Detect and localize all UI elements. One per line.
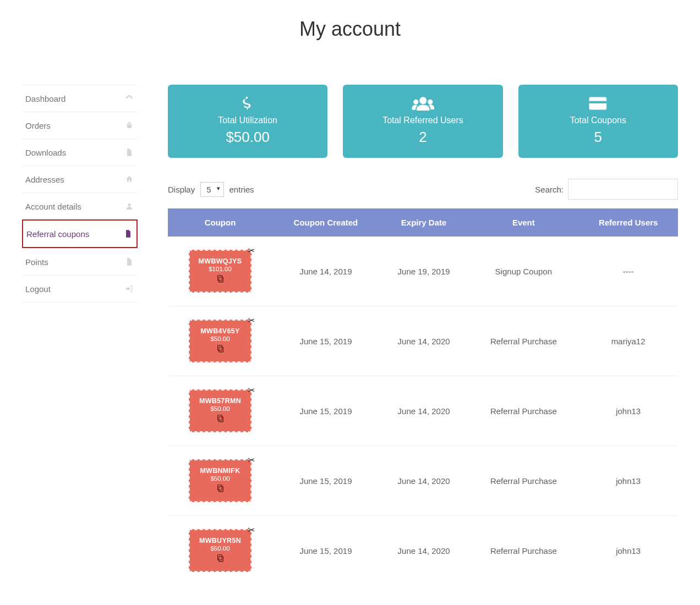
svg-point-2 [428,100,433,105]
file-icon [124,147,134,157]
referred-cell: john13 [578,376,678,446]
stat-label: Total Referred Users [348,116,497,125]
column-header[interactable]: Coupon Created [272,208,379,237]
coupon-card[interactable]: ✂MWB57RMN$50.00 [189,389,251,432]
sidebar-item-label: Referral coupons [26,229,89,239]
logout-icon [124,284,134,294]
created-cell: June 15, 2019 [272,306,379,376]
event-cell: Referral Purchase [468,376,578,446]
svg-rect-10 [217,415,222,420]
svg-rect-6 [217,276,222,280]
stat-card-total-utilization: Total Utilization$50.00 [168,85,327,158]
expiry-cell: June 14, 2020 [379,306,468,376]
event-cell: Referral Purchase [468,306,578,376]
coupon-code: MWB4V65Y [200,327,239,335]
coupon-card[interactable]: ✂MWBWQJYS$101.00 [189,250,251,293]
stat-label: Total Coupons [524,116,672,125]
dashboard-icon [124,94,134,103]
display-prefix: Display [168,185,195,194]
sidebar-item-dashboard[interactable]: Dashboard [22,85,138,112]
coupon-code: MWBUYR5N [199,537,241,544]
scissors-icon: ✂ [248,386,255,395]
page-icon [123,229,133,239]
event-cell: Referral Purchase [468,516,578,586]
sidebar-item-referral-coupons[interactable]: Referral coupons [22,219,138,248]
sidebar-item-label: Account details [25,202,81,211]
table-row: ✂MWBNMIFK$50.00June 15, 2019June 14, 202… [168,446,678,516]
copy-icon[interactable] [216,414,225,425]
coupon-amount: $50.00 [210,336,229,342]
referred-cell: ---- [578,237,678,306]
copy-icon[interactable] [216,344,225,355]
stat-value: 5 [524,129,672,146]
expiry-cell: June 14, 2020 [379,376,468,446]
copy-icon[interactable] [216,483,225,494]
coupon-cell: ✂MWBNMIFK$50.00 [168,446,272,516]
expiry-cell: June 14, 2020 [379,516,468,586]
sidebar-item-label: Dashboard [25,94,65,103]
search-input[interactable] [568,179,678,200]
sidebar-item-orders[interactable]: Orders [22,112,138,139]
created-cell: June 15, 2019 [272,446,379,516]
stat-value: $50.00 [173,129,322,146]
svg-rect-4 [589,101,607,103]
search-control: Search: [535,179,678,200]
event-cell: Referral Purchase [468,446,578,516]
coupon-cell: ✂MWBUYR5N$50.00 [168,516,272,586]
scissors-icon: ✂ [248,246,255,255]
sidebar-item-points[interactable]: Points [22,248,138,275]
referred-cell: john13 [578,516,678,586]
table-header-row: CouponCoupon CreatedExpiry DateEventRefe… [168,208,678,237]
scissors-icon: ✂ [248,316,255,325]
sidebar-item-addresses[interactable]: Addresses [22,166,138,193]
copy-icon[interactable] [216,553,225,564]
coupon-card[interactable]: ✂MWB4V65Y$50.00 [189,320,251,362]
svg-rect-13 [218,557,223,562]
column-header[interactable]: Referred Users [578,208,678,237]
stat-card-total-referred-users: Total Referred Users2 [343,85,502,158]
table-row: ✂MWB4V65Y$50.00June 15, 2019June 14, 202… [168,306,678,376]
svg-rect-11 [218,487,223,492]
table-row: ✂MWB57RMN$50.00June 15, 2019June 14, 202… [168,376,678,446]
stat-value: 2 [348,129,497,146]
dollar-icon [173,95,322,112]
svg-rect-7 [218,347,223,352]
coupon-cell: ✂MWB57RMN$50.00 [168,376,272,446]
event-cell: Signup Coupon [468,237,578,306]
display-entries-control: Display 5 entries [168,182,254,197]
created-cell: June 15, 2019 [272,376,379,446]
sidebar-item-label: Orders [25,121,51,130]
coupon-amount: $50.00 [210,405,229,412]
basket-icon [124,120,134,130]
column-header[interactable]: Coupon [168,208,272,237]
coupon-amount: $50.00 [210,545,229,552]
sidebar: DashboardOrdersDownloadsAddressesAccount… [22,85,138,585]
column-header[interactable]: Expiry Date [379,208,468,237]
sidebar-item-account-details[interactable]: Account details [22,193,138,219]
coupons-table: CouponCoupon CreatedExpiry DateEventRefe… [168,208,678,585]
coupon-code: MWBNMIFK [200,467,240,475]
page-title: My account [0,18,700,41]
svg-rect-5 [218,277,223,282]
created-cell: June 14, 2019 [272,237,379,306]
column-header[interactable]: Event [468,208,578,237]
card-icon [524,95,672,112]
table-controls: Display 5 entries Search: [168,179,678,200]
sidebar-item-label: Downloads [25,148,66,157]
copy-icon[interactable] [216,274,225,285]
coupon-cell: ✂MWBWQJYS$101.00 [168,237,272,306]
coupon-card[interactable]: ✂MWBNMIFK$50.00 [189,459,251,502]
svg-rect-8 [217,345,222,350]
display-suffix: entries [229,185,254,194]
sidebar-item-downloads[interactable]: Downloads [22,139,138,166]
created-cell: June 15, 2019 [272,516,379,586]
home-icon [124,174,134,184]
entries-select[interactable]: 5 [200,182,223,197]
sidebar-item-logout[interactable]: Logout [22,275,138,302]
main-content: Total Utilization$50.00Total Referred Us… [168,85,678,585]
scissors-icon: ✂ [248,526,255,535]
coupon-card[interactable]: ✂MWBUYR5N$50.00 [189,529,251,572]
file-icon [124,257,134,267]
users-icon [348,95,497,112]
table-row: ✂MWBWQJYS$101.00June 14, 2019June 19, 20… [168,237,678,306]
